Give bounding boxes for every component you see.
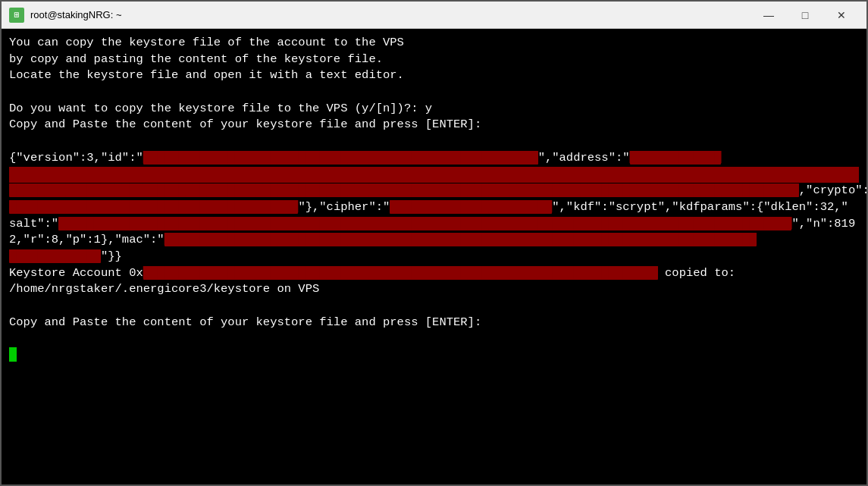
titlebar: ⊞ root@stakingNRG: ~ — □ ✕: [2, 2, 866, 29]
account-line: Keystore Account 0x█████████████████████…: [9, 265, 859, 282]
app-icon: ⊞: [9, 8, 24, 23]
terminal-window: ⊞ root@stakingNRG: ~ — □ ✕ You can copy …: [0, 0, 868, 486]
maximize-button[interactable]: □: [788, 2, 823, 29]
redacted-6: ████████████████████████████████████████…: [165, 233, 757, 246]
redacted-addr-1: █████████████: [630, 151, 722, 165]
json-line-1: {"version":3,"id":"█████████████████████…: [9, 150, 859, 167]
terminal-cursor: [9, 347, 17, 362]
line-2: by copy and pasting the content of the k…: [9, 52, 859, 68]
path-line: /home/nrgstaker/.energicore3/keystore on…: [9, 281, 859, 298]
close-button[interactable]: ✕: [824, 2, 859, 29]
empty-3: [9, 298, 859, 315]
json-line-2: [9, 167, 859, 183]
json-line-7: █████████████"}}: [9, 249, 859, 265]
line-4: Do you want to copy the keystore file to…: [9, 101, 859, 118]
json-line-4: ████████████████████████████████████████…: [9, 199, 859, 216]
line-1: You can copy the keystore file of the ac…: [9, 35, 859, 52]
empty-2: [9, 133, 859, 150]
json-line-6: 2,"r":8,"p":1},"mac":"██████████████████…: [9, 232, 859, 249]
redacted-5: ████████████████████████████████████████…: [58, 217, 791, 230]
terminal-output[interactable]: You can copy the keystore file of the ac…: [2, 29, 866, 484]
redacted-4b: ███████████████████████: [390, 200, 552, 214]
redacted-account: ████████████████████████████████████████…: [143, 266, 658, 280]
json-line-3: ████████████████████████████████████████…: [9, 183, 859, 199]
json-line-5: salt":"█████████████████████████████████…: [9, 216, 859, 233]
line-5: Copy and Paste the content of your keyst…: [9, 117, 859, 133]
line-3: Locate the keystore file and open it wit…: [9, 67, 859, 84]
cursor-line: [9, 347, 859, 364]
redacted-3a: ████████████████████████████████████████…: [9, 183, 799, 197]
redacted-4a: ████████████████████████████████████████…: [9, 200, 298, 214]
redacted-id: ████████████████████████████████████████…: [143, 151, 538, 165]
window-controls: — □ ✕: [751, 2, 859, 29]
empty-1: [9, 84, 859, 101]
empty-4: [9, 331, 859, 347]
redacted-7: █████████████: [9, 249, 101, 263]
paste-prompt: Copy and Paste the content of your keyst…: [9, 315, 859, 331]
minimize-button[interactable]: —: [751, 2, 786, 29]
window-title: root@stakingNRG: ~: [30, 9, 751, 20]
